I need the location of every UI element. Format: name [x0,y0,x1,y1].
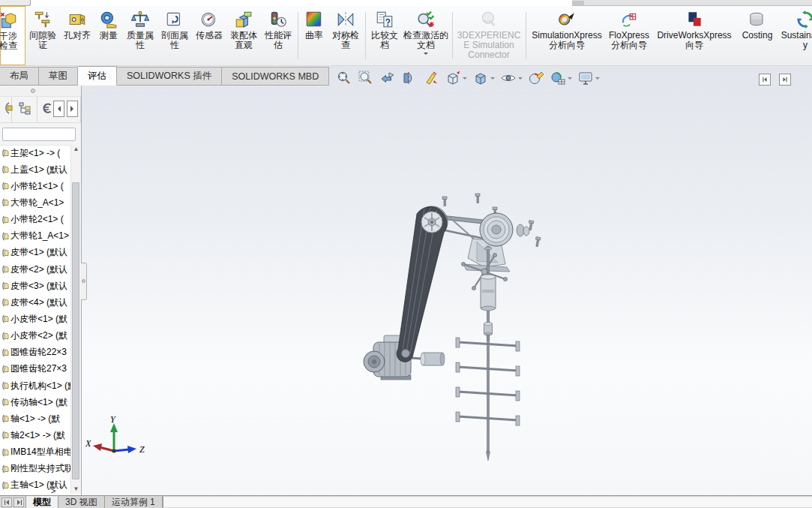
splitter-grip-icon[interactable] [31,89,35,93]
panel-tab-featuremanager[interactable] [12,97,37,122]
feature-tree-item[interactable]: 圆锥齿轮22×3 [0,344,70,361]
feature-tree-item[interactable]: 皮带<1> (默认 [0,245,70,261]
command-button[interactable]: 剖面属性 [157,6,192,65]
feature-tree-item[interactable]: 皮带<3> (默认 [0,278,70,294]
command-button[interactable]: DriveWorksXpress 向导 [652,6,736,65]
dropdown-arrow-icon[interactable] [463,77,467,82]
headsup-button[interactable] [472,70,495,86]
headsup-button[interactable] [423,70,439,86]
panel-tabs [0,97,81,123]
headsup-button[interactable] [550,70,572,86]
ribbon-tab-label: 草图 [49,70,67,83]
feature-tree-item[interactable]: 大带轮_A<1> [0,194,70,211]
component-icon [1,398,9,407]
component-icon [1,165,9,174]
feature-tree-item[interactable]: 传动轴<1> (默 [0,394,70,410]
feature-tree-item[interactable]: 上盖<1> (默认 [0,161,70,178]
tab-nav-last-button[interactable] [13,497,24,507]
panel-tabs-scroll-left-button[interactable] [53,101,64,117]
collapse-pane-right-button[interactable] [779,74,791,86]
command-button[interactable]: 曲率 [300,6,328,65]
feature-tree-item[interactable]: 小带轮1<1> ( [0,178,70,194]
command-button[interactable]: 性能评估 [261,6,295,65]
document-tab[interactable]: 模型 [25,496,58,508]
headsup-button[interactable] [401,70,418,86]
assembly-model[interactable]: Y X Z [81,66,812,495]
headsup-button[interactable] [577,70,600,86]
ribbon-tab[interactable]: SOLIDWORKS MBD [222,67,329,86]
component-icon [1,414,9,423]
feature-manager-panel: 主架<1> -> ( 上盖<1> (默认 小带轮1<1> ( 大带轮_A<1> [0,86,81,495]
document-tab[interactable]: 运动算例 1 [105,496,163,508]
headsup-button[interactable] [445,70,467,86]
feature-tree-item[interactable]: 执行机构<1> (默 [0,377,70,394]
dropdown-arrow-icon[interactable] [595,77,600,82]
apply-scene-icon [550,70,566,86]
scroll-down-icon[interactable]: ▼ [71,485,81,494]
document-tab[interactable]: 3D 视图 [58,496,105,508]
command-button[interactable]: 3DEXPERIENCE Simulation Connector [454,6,523,65]
command-button-label: 性能评估 [262,31,295,50]
drive-pulley-face[interactable] [421,212,442,233]
feature-tree-item[interactable]: 皮带<2> (默认 [0,261,70,278]
command-button[interactable]: 装配体直观 [226,6,261,65]
command-button[interactable]: 比较文档 [367,6,402,65]
panel-tab-clipped[interactable] [0,97,12,122]
scroll-up-icon[interactable]: ▲ [71,145,81,154]
headsup-button[interactable] [358,70,374,86]
feature-tree-item[interactable]: IMB14型单相电 [0,444,70,461]
headsup-button[interactable] [379,70,396,86]
dropdown-arrow-icon[interactable] [490,77,495,82]
dropdown-arrow-icon[interactable] [424,53,428,57]
headsup-button[interactable] [336,70,352,86]
agitator-shaft[interactable] [456,246,520,461]
feature-tree-item[interactable]: 大带轮1_A<1> [0,228,70,245]
collapse-pane-left-button[interactable] [759,74,771,86]
ribbon-tab[interactable]: 评估 [78,66,117,86]
feature-tree-item[interactable]: 皮带<4> (默认 [0,294,70,311]
command-button[interactable]: 间隙验证 [25,6,60,65]
panel-splitter[interactable] [0,86,81,97]
feature-tree-item[interactable]: 小带轮2<1> ( [0,212,70,228]
feature-tree-item[interactable]: 小皮带<2> (默 [0,328,70,344]
feature-tree-item[interactable]: 圆锥齿轮27×3 [0,361,70,377]
headsup-button[interactable] [528,70,544,86]
command-button[interactable]: 传感器 [192,6,226,65]
titlebar-button[interactable] [572,1,584,5]
panel-tabs-scroll-right-button[interactable] [67,101,78,117]
command-button[interactable]: 对称检查 [328,6,363,65]
dropdown-arrow-icon[interactable] [568,77,572,82]
dropdown-arrow-icon[interactable] [518,77,523,82]
command-button[interactable]: Costing [736,6,778,65]
ribbon-tab[interactable]: SOLIDWORKS 插件 [117,67,222,86]
feature-tree-item[interactable]: 小皮带<1> (默 [0,311,70,327]
command-button[interactable]: FloXpress 分析向导 [606,6,652,65]
command-button[interactable]: 测量 [94,6,123,65]
floxpress-icon [619,10,639,29]
feature-tree-filter-input[interactable] [2,128,76,141]
headsup-button[interactable] [500,70,523,86]
command-button[interactable]: SimulationXpress 分析向导 [528,6,606,65]
tree-scrollbar[interactable]: ▲ ▼ [70,145,81,494]
feature-tree-item[interactable]: 主架<1> -> ( [0,145,70,161]
command-button[interactable]: 质量属性 [123,6,157,65]
command-button[interactable]: Sustainability [778,6,812,65]
tab-nav-first-button[interactable] [1,497,12,507]
feature-tree-item-label: 主架<1> -> ( [10,147,60,160]
command-button[interactable]: 检查激活的文档 [402,6,450,65]
feature-tree-item[interactable]: 主轴<1> (默认 [0,477,70,494]
feature-tree-item[interactable]: 刚性型夹持式联 [0,461,70,477]
graphics-area[interactable]: Y X Z [81,66,812,495]
panel-collapse-handle[interactable] [81,263,87,300]
feature-tree-item[interactable]: 轴<1> -> (默 [0,410,70,427]
ribbon-tab[interactable]: 草图 [39,67,78,86]
tree-scroll-more-icon[interactable]: > [51,486,55,495]
feature-tree-item[interactable]: 轴2<1> -> (默 [0,427,70,443]
sustainability-icon [796,10,812,29]
ribbon-tab[interactable]: 布局 [0,67,39,86]
panel-tab-propertymanager[interactable] [37,97,81,122]
scrollbar-thumb[interactable] [72,182,79,479]
command-button[interactable]: 干涉检查 [0,6,25,65]
motor-pulley-face[interactable] [402,350,410,358]
command-button[interactable]: 孔对齐 [60,6,94,65]
